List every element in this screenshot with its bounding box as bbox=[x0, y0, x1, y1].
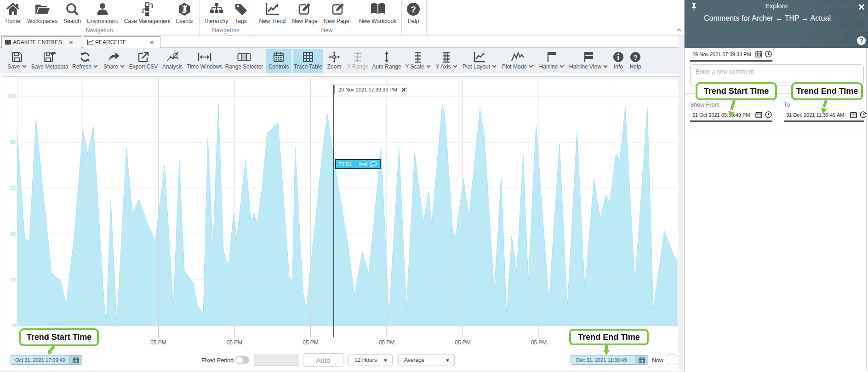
svg-text:05 PM: 05 PM bbox=[455, 339, 471, 346]
svg-text:20: 20 bbox=[10, 277, 16, 282]
svg-text:100: 100 bbox=[7, 93, 16, 99]
svg-text:80: 80 bbox=[10, 139, 16, 145]
svg-text:0: 0 bbox=[13, 323, 16, 328]
svg-text:60: 60 bbox=[10, 185, 16, 191]
svg-text:05 PM: 05 PM bbox=[150, 339, 166, 346]
svg-text:05 PM: 05 PM bbox=[227, 339, 243, 346]
svg-text:40: 40 bbox=[10, 231, 16, 237]
svg-text:05 PM: 05 PM bbox=[379, 339, 395, 346]
svg-text:05 PM: 05 PM bbox=[531, 339, 547, 346]
svg-text:05 PM: 05 PM bbox=[303, 339, 319, 346]
